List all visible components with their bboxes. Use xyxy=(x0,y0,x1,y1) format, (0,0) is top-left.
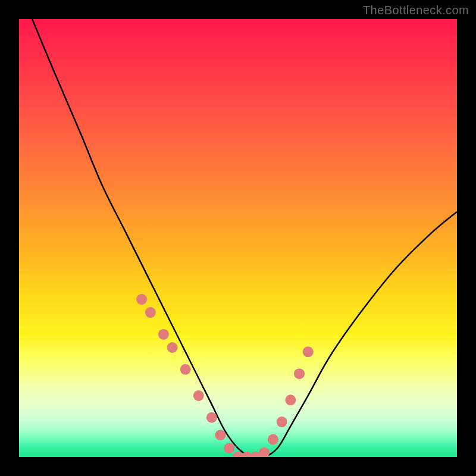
data-point xyxy=(259,447,270,457)
data-point xyxy=(277,416,287,427)
data-point xyxy=(294,368,305,379)
chart-svg xyxy=(19,19,457,457)
data-point xyxy=(193,390,204,401)
data-point xyxy=(136,294,147,305)
data-point xyxy=(224,443,234,453)
bottleneck-curve xyxy=(32,19,457,457)
data-point xyxy=(180,364,191,375)
data-point xyxy=(285,394,296,405)
data-point xyxy=(303,346,314,357)
outer-frame: TheBottleneck.com xyxy=(0,0,476,476)
data-point xyxy=(167,342,178,353)
data-point xyxy=(268,434,278,445)
data-point xyxy=(158,329,169,340)
watermark-text: TheBottleneck.com xyxy=(363,4,469,17)
data-point xyxy=(215,430,226,440)
data-point xyxy=(145,307,156,318)
data-point xyxy=(206,412,217,423)
plot-area xyxy=(19,19,457,457)
